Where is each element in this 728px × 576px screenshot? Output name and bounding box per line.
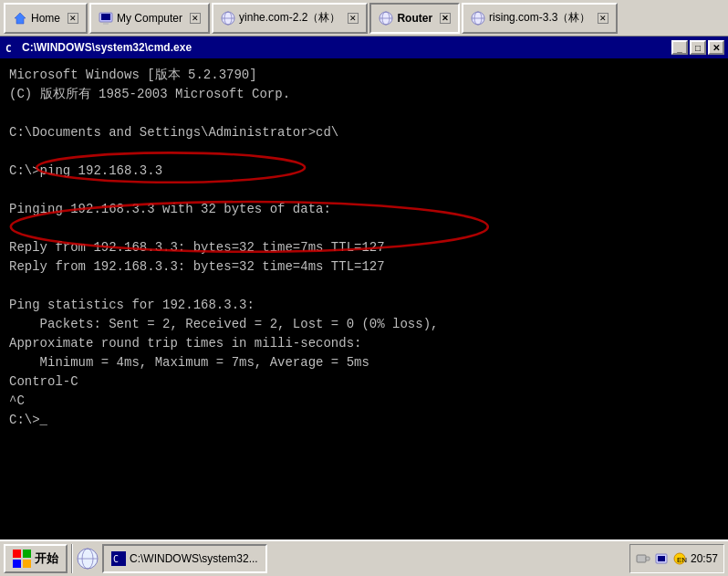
tray-icons: EN — [636, 551, 687, 566]
tab-mycomputer[interactable]: My Computer ✕ — [89, 3, 210, 34]
tray-icon-1 — [636, 551, 650, 566]
tab-home-close[interactable]: ✕ — [68, 13, 78, 24]
tab-mycomputer-close[interactable]: ✕ — [190, 13, 201, 24]
window-titlebar: C C:\WINDOWS\system32\cmd.exe _ □ ✕ — [0, 37, 728, 58]
tab-rising-label: rising.com-3.3（林） — [489, 10, 590, 26]
cmd-line-1: (C) 版权所有 1985-2003 Microsoft Corp. — [9, 85, 719, 104]
tray-icon-2 — [654, 551, 669, 566]
svg-marker-0 — [15, 13, 26, 24]
quick-launch-ie-icon[interactable] — [77, 548, 99, 570]
cmd-line-7: Pinging 192.168.3.3 with 32 bytes of dat… — [9, 200, 719, 219]
active-cmd-icon: C — [111, 551, 126, 566]
tab-router[interactable]: Router ✕ — [369, 3, 460, 34]
svg-rect-19 — [13, 560, 21, 568]
yinhe-browser-icon — [221, 11, 235, 26]
tab-router-label: Router — [397, 12, 432, 25]
titlebar-left: C C:\WINDOWS\system32\cmd.exe — [4, 40, 192, 55]
cmd-line-0: Microsoft Windows [版本 5.2.3790] — [9, 66, 719, 85]
svg-rect-2 — [103, 23, 109, 25]
start-label: 开始 — [35, 550, 58, 567]
svg-text:C: C — [113, 554, 119, 564]
maximize-button[interactable]: □ — [690, 40, 706, 55]
cmd-line-reply2: Reply from 192.168.3.3: bytes=32 time=4m… — [9, 257, 719, 277]
cmd-line-reply1: Reply from 192.168.3.3: bytes=32 time=7m… — [9, 238, 719, 257]
separator-1 — [71, 544, 73, 573]
cmd-line-6 — [9, 181, 719, 200]
svg-rect-20 — [23, 560, 31, 568]
router-browser-icon — [379, 11, 393, 26]
rising-browser-icon — [471, 11, 485, 26]
start-button[interactable]: 开始 — [4, 544, 68, 573]
tab-home-label: Home — [31, 12, 60, 25]
cmd-line-ping: C:\>ping 192.168.3.3 — [9, 162, 719, 181]
window-container: C C:\WINDOWS\system32\cmd.exe _ □ ✕ Micr… — [0, 37, 728, 539]
tab-yinhe-label: yinhe.com-2.2（林） — [239, 10, 340, 26]
cmd-line-2 — [9, 104, 719, 123]
svg-rect-3 — [101, 14, 110, 20]
tab-router-close[interactable]: ✕ — [440, 13, 451, 24]
cmd-line-15: Minimum = 4ms, Maximum = 7ms, Average = … — [9, 353, 719, 372]
cmd-line-3: C:\Documents and Settings\Administrator>… — [9, 123, 719, 142]
active-task-cmd[interactable]: C C:\WINDOWS\system32... — [102, 544, 267, 573]
tab-rising-close[interactable]: ✕ — [598, 13, 608, 24]
cmd-line-8 — [9, 219, 719, 238]
tab-bar: Home ✕ My Computer ✕ yinhe.com-2.2（林） ✕ … — [0, 0, 728, 37]
computer-icon — [99, 11, 113, 26]
cmd-line-14: Approximate round trip times in milli-se… — [9, 334, 719, 353]
svg-rect-18 — [23, 550, 31, 558]
active-task-label: C:\WINDOWS\system32... — [130, 552, 258, 565]
svg-rect-29 — [658, 556, 665, 561]
home-icon — [13, 11, 27, 26]
tab-mycomputer-label: My Computer — [117, 12, 182, 25]
cmd-line-11 — [9, 277, 719, 296]
cmd-line-17: ^C — [9, 392, 719, 411]
tab-rising[interactable]: rising.com-3.3（林） ✕ — [462, 3, 618, 34]
cmd-line-12: Ping statistics for 192.168.3.3: — [9, 296, 719, 315]
cmd-line-18: C:\>_ — [9, 411, 719, 430]
svg-rect-17 — [13, 550, 21, 558]
cmd-line-4 — [9, 142, 719, 162]
titlebar-buttons: _ □ ✕ — [671, 40, 724, 55]
windows-logo-icon — [13, 550, 31, 568]
cmd-area[interactable]: Microsoft Windows [版本 5.2.3790] (C) 版权所有… — [0, 58, 728, 539]
cmd-title-icon: C — [4, 40, 18, 55]
tab-yinhe[interactable]: yinhe.com-2.2（林） ✕ — [212, 3, 368, 34]
svg-rect-27 — [646, 557, 650, 560]
svg-text:C: C — [5, 43, 12, 55]
taskbar-bottom: 开始 C C:\WINDOWS\system32... EN — [0, 539, 728, 576]
svg-rect-26 — [637, 555, 646, 562]
minimize-button[interactable]: _ — [671, 40, 688, 55]
tray-icon-3: EN — [672, 551, 687, 566]
close-button[interactable]: ✕ — [708, 40, 724, 55]
window-title: C:\WINDOWS\system32\cmd.exe — [22, 41, 192, 54]
system-time: 20:57 — [691, 552, 718, 565]
cmd-line-13: Packets: Sent = 2, Received = 2, Lost = … — [9, 315, 719, 334]
cmd-line-16: Control-C — [9, 372, 719, 392]
tab-home[interactable]: Home ✕ — [4, 3, 88, 34]
tab-yinhe-close[interactable]: ✕ — [348, 13, 359, 24]
svg-text:EN: EN — [677, 556, 687, 564]
system-tray: EN 20:57 — [629, 544, 724, 573]
